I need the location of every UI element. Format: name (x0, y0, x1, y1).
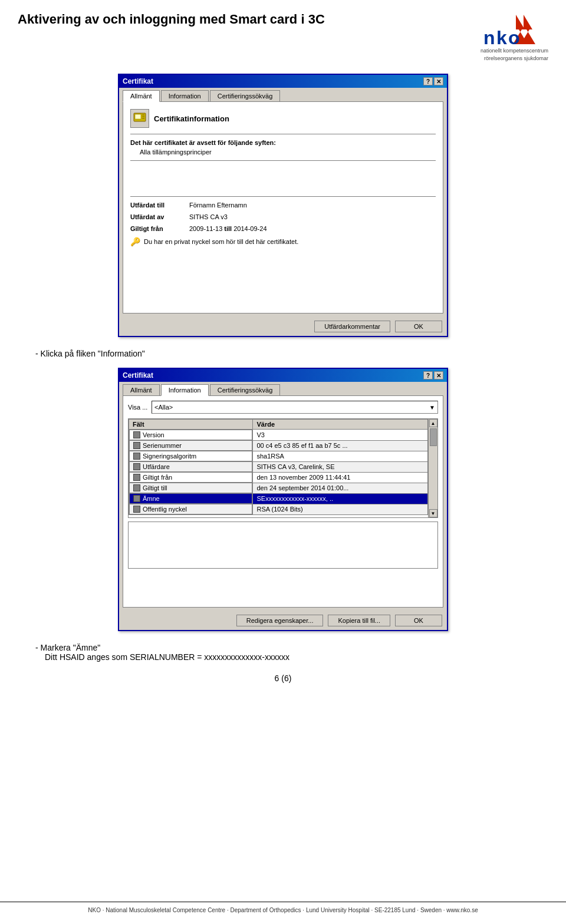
page-title: Aktivering av och inloggning med Smart c… (18, 12, 325, 27)
visa-label: Visa ... (128, 404, 152, 411)
cell-field: Version (129, 430, 252, 440)
tab-allman[interactable]: Allmänt (123, 90, 160, 102)
table-row[interactable]: Giltigt från den 13 november 2009 11:44:… (129, 472, 428, 483)
tab-information1[interactable]: Information (161, 90, 209, 101)
page-header: Aktivering av och inloggning med Smart c… (0, 0, 566, 68)
ok-button1[interactable]: OK (395, 321, 442, 332)
page-footer: NKO · National Musculoskeletal Competenc… (0, 902, 566, 918)
cert-purpose-label: Det här certifikatet är avsett för följa… (130, 139, 436, 146)
row-icon (133, 442, 140, 449)
scroll-up-arrow[interactable]: ▲ (429, 419, 437, 427)
svg-text:k: k (496, 27, 507, 47)
detail-area (128, 522, 438, 569)
logo-area: n k o nationellt kompetenscentrumrörelse… (481, 12, 548, 62)
cert-info-header: Certifikatinformation (130, 109, 436, 128)
cell-value: den 13 november 2009 11:44:41 (253, 472, 428, 483)
field-valid-period: Giltigt från 2009-11-13 till 2014-09-24 (130, 225, 436, 232)
cell-field: Signeringsalgoritm (129, 451, 252, 461)
svg-text:n: n (483, 27, 495, 47)
close-button[interactable]: ✕ (434, 77, 443, 85)
divider3 (130, 196, 436, 197)
cert-purpose-item: Alla tillämpningsprinciper (140, 148, 436, 156)
col-header-value: Värde (253, 420, 428, 430)
ok-button2[interactable]: OK (395, 615, 442, 626)
cell-field: Giltigt från (129, 472, 252, 483)
field-issued-to: Utfärdat till Förnamn Efternamn (130, 202, 436, 209)
page-number: 6 (6) (35, 674, 531, 683)
dialog1-title: Certifikat (123, 77, 153, 85)
visa-row: Visa ... <Alla> ▼ (128, 401, 438, 414)
divider2 (130, 160, 436, 161)
main-content: Certifikat ? ✕ Allmänt Information Certi… (0, 68, 566, 695)
tab2-certifying-path[interactable]: Certifieringssökväg (210, 384, 281, 395)
help-button[interactable]: ? (423, 77, 433, 85)
tab-certifying-path1[interactable]: Certifieringssökväg (210, 90, 281, 101)
cell-field: Utfärdare (129, 461, 252, 472)
scroll-thumb[interactable] (430, 428, 437, 446)
table-row[interactable]: Serienummer 00 c4 e5 c3 85 ef f1 aa b7 5… (129, 440, 428, 451)
dialog2-help-button[interactable]: ? (423, 371, 433, 380)
titlebar-buttons: ? ✕ (423, 77, 443, 85)
table-row-selected[interactable]: Ämne SExxxxxxxxxxxx-xxxxxx, .. (129, 493, 428, 504)
dialog2-titlebar-buttons: ? ✕ (423, 371, 443, 380)
cert-info-title: Certifikatinformation (154, 114, 229, 123)
logo-tagline: nationellt kompetenscentrumrörelseorgane… (481, 47, 548, 62)
cell-value: RSA (1024 Bits) (253, 504, 428, 515)
divider1 (130, 134, 436, 134)
field-issued-by: Utfärdat av SITHS CA v3 (130, 213, 436, 220)
cell-value: 00 c4 e5 c3 85 ef f1 aa b7 5c ... (253, 440, 428, 451)
footer-text: NKO · National Musculoskeletal Competenc… (88, 907, 478, 913)
tab2-information[interactable]: Information (161, 384, 209, 396)
svg-rect-6 (135, 114, 141, 119)
table-row[interactable]: Utfärdare SITHS CA v3, Carelink, SE (129, 461, 428, 472)
cell-value-selected: SExxxxxxxxxxxx-xxxxxx, .. (253, 493, 428, 504)
row-icon (133, 453, 140, 460)
scrollbar-vertical[interactable]: ▲ ▼ (428, 419, 437, 517)
instruction2-line1: - Markera "Ämne" (35, 643, 531, 652)
cell-field: Giltigt till (129, 483, 252, 493)
col-header-field: Fält (129, 420, 253, 430)
table-row[interactable]: Offentlig nyckel RSA (1024 Bits) (129, 504, 428, 515)
row-icon (133, 431, 140, 438)
instruction2-line2: Ditt HSAID anges som SERIALNUMBER = xxxx… (45, 652, 531, 662)
table-row[interactable]: Signeringsalgoritm sha1RSA (129, 451, 428, 461)
dialog1-footer: Utfärdarkommentar OK (119, 317, 447, 336)
cell-field-selected: Ämne (129, 493, 252, 504)
scroll-down-arrow[interactable]: ▼ (429, 509, 437, 517)
row-icon (133, 463, 140, 470)
svg-text:o: o (508, 27, 520, 47)
dropdown-arrow-icon: ▼ (429, 404, 435, 411)
dialog2-footer: Redigera egenskaper... Kopiera till fil.… (119, 611, 447, 630)
cell-field: Serienummer (129, 440, 252, 451)
row-icon (133, 495, 140, 502)
row-icon (133, 474, 140, 481)
dialog2-titlebar: Certifikat ? ✕ (119, 369, 447, 382)
table-row[interactable]: Giltigt till den 24 september 2014 01:00… (129, 483, 428, 493)
row-icon (133, 484, 140, 491)
nko-logo: n k o (483, 12, 548, 47)
dialog2-close-button[interactable]: ✕ (434, 371, 443, 380)
cell-value: den 24 september 2014 01:00... (253, 483, 428, 493)
dialog1-titlebar: Certifikat ? ✕ (119, 75, 447, 88)
table-row[interactable]: Version V3 (129, 430, 428, 441)
key-row: 🔑 Du har en privat nyckel som hör till d… (130, 237, 436, 246)
dialog2: Certifikat ? ✕ Allmänt Information Certi… (118, 368, 448, 631)
visa-select[interactable]: <Alla> ▼ (152, 401, 438, 414)
key-text: Du har en privat nyckel som hör till det… (144, 238, 298, 245)
instruction2: - Markera "Ämne" Ditt HSAID anges som SE… (35, 643, 531, 662)
cell-value: V3 (253, 430, 428, 441)
dialog2-body: Visa ... <Alla> ▼ Fält Värde (123, 395, 443, 608)
tab2-allman[interactable]: Allmänt (123, 384, 160, 395)
key-icon: 🔑 (130, 237, 140, 246)
dialog1-tabs: Allmänt Information Certifieringssökväg (119, 88, 447, 101)
cell-value: sha1RSA (253, 451, 428, 461)
dialog2-tabs: Allmänt Information Certifieringssökväg (119, 382, 447, 395)
cert-table-wrapper: Fält Värde Version V3 (128, 418, 438, 518)
issuer-comment-button[interactable]: Utfärdarkommentar (314, 321, 390, 332)
dialog1: Certifikat ? ✕ Allmänt Information Certi… (118, 74, 448, 337)
dialog2-title: Certifikat (123, 371, 153, 380)
cell-field: Offentlig nyckel (129, 504, 252, 514)
copy-to-file-button[interactable]: Kopiera till fil... (328, 615, 390, 626)
edit-props-button[interactable]: Redigera egenskaper... (236, 615, 324, 626)
cell-value: SITHS CA v3, Carelink, SE (253, 461, 428, 472)
